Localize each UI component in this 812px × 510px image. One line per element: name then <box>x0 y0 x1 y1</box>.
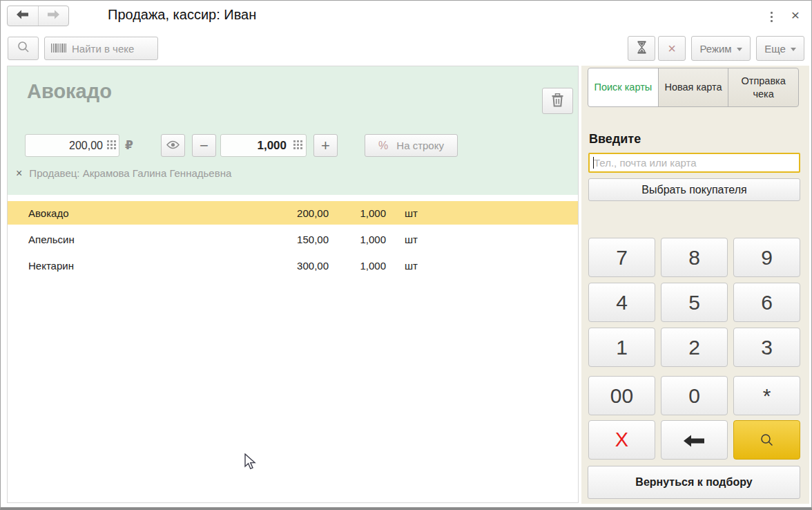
keypad-key-4[interactable]: 4 <box>588 283 655 322</box>
quantity-input[interactable]: 1,000 <box>220 134 307 157</box>
receipt-row[interactable]: Нектарин300,001,000шт <box>8 254 578 277</box>
customer-tabs: Поиск картыНовая картаОтправка чека <box>588 68 799 107</box>
back-button[interactable] <box>8 6 38 26</box>
receipt-cell-unit: шт <box>405 260 418 272</box>
cancel-button[interactable]: × <box>658 36 686 61</box>
search-icon <box>17 41 30 56</box>
barcode-icon <box>51 43 66 55</box>
search-icon <box>760 428 774 452</box>
receipt-cell-qty: 1,000 <box>329 234 386 245</box>
keypad-key-8[interactable]: 8 <box>661 238 728 277</box>
keypad-key-star[interactable]: * <box>733 376 800 415</box>
tab-send-receipt[interactable]: Отправка чека <box>728 68 799 107</box>
keypad-search-button[interactable] <box>733 420 800 460</box>
delete-item-button[interactable] <box>542 88 573 114</box>
mode-dropdown[interactable]: Режим <box>691 36 751 61</box>
back-arrow-icon <box>17 10 29 22</box>
forward-button[interactable] <box>38 6 69 26</box>
mode-label: Режим <box>699 43 731 55</box>
keypad-key-6[interactable]: 6 <box>733 283 800 322</box>
more-label: Еще <box>764 43 786 55</box>
current-item-panel: Авокадо 200,00 ₽ − 1,000 <box>8 66 578 195</box>
more-dropdown[interactable]: Еще <box>756 36 804 61</box>
trash-icon <box>550 92 565 111</box>
quantity-decrease-button[interactable]: − <box>192 134 216 157</box>
receipt-cell-name: Апельсин <box>8 234 267 245</box>
text-caret <box>593 157 594 169</box>
numpad-grid-icon[interactable] <box>293 140 302 152</box>
eye-icon <box>166 140 180 152</box>
enter-heading: Введите <box>589 132 641 147</box>
price-value: 200,00 <box>69 140 103 152</box>
currency-label: ₽ <box>125 138 133 152</box>
keypad-key-00[interactable]: 00 <box>588 376 655 415</box>
page-title: Продажа, кассир: Иван <box>108 7 256 23</box>
keypad-key-7[interactable]: 7 <box>588 238 655 277</box>
customer-search-input[interactable] <box>588 153 800 173</box>
receipt-cell-unit: шт <box>405 234 418 245</box>
numpad-grid-icon[interactable] <box>107 140 116 152</box>
keypad-backspace-button[interactable] <box>661 420 728 460</box>
find-in-receipt-field[interactable]: Найти в чеке <box>44 37 158 60</box>
keypad-clear-button[interactable]: X <box>588 420 655 460</box>
select-customer-label: Выбрать покупателя <box>641 184 746 196</box>
quantity-increase-button[interactable]: + <box>313 134 338 157</box>
receipt-cell-price: 200,00 <box>267 207 329 219</box>
keypad-action-row: X <box>588 420 800 460</box>
keypad-row: 456 <box>588 283 800 322</box>
customer-panel: Поиск картыНовая картаОтправка чека Введ… <box>581 66 809 504</box>
quantity-value: 1,000 <box>257 139 287 153</box>
pos-window: Продажа, кассир: Иван × Найти в чеке × Р… <box>0 0 812 510</box>
chevron-down-icon <box>737 48 742 51</box>
find-in-receipt-placeholder: Найти в чеке <box>72 43 134 55</box>
keypad-key-9[interactable]: 9 <box>733 238 800 277</box>
backspace-arrow-icon <box>684 428 705 452</box>
receipt-cell-price: 300,00 <box>267 260 329 272</box>
search-button[interactable] <box>8 37 39 60</box>
seller-label: Продавец: Акрамова Галина Геннадьевна <box>29 167 231 179</box>
receipt-cell-name: Авокадо <box>8 207 267 219</box>
item-title: Авокадо <box>27 80 112 103</box>
receipt-row[interactable]: Авокадо200,001,000шт <box>8 201 578 225</box>
price-input[interactable]: 200,00 <box>25 134 119 157</box>
keypad-row: 123 <box>588 328 800 367</box>
receipt-cell-name: Нектарин <box>8 260 267 272</box>
receipt-row[interactable]: Апельсин150,001,000шт <box>8 227 578 251</box>
history-nav <box>7 6 69 26</box>
tab-new-card[interactable]: Новая карта <box>658 68 729 107</box>
receipt-cell-qty: 1,000 <box>329 207 386 219</box>
keypad-row: 000* <box>588 376 800 415</box>
chevron-down-icon <box>791 48 796 51</box>
view-item-button[interactable] <box>161 134 185 157</box>
line-discount-label: На строку <box>396 140 444 151</box>
keypad-row: 789 <box>588 238 800 277</box>
keypad-key-1[interactable]: 1 <box>588 328 655 367</box>
receipt-area: Авокадо 200,00 ₽ − 1,000 <box>7 66 579 503</box>
keypad-key-2[interactable]: 2 <box>661 328 728 367</box>
percent-icon: % <box>378 140 388 152</box>
select-customer-button[interactable]: Выбрать покупателя <box>588 178 800 201</box>
tab-card-search[interactable]: Поиск карты <box>588 68 659 107</box>
return-to-selection-label: Вернуться к подбору <box>635 476 752 489</box>
forward-arrow-icon <box>47 10 59 22</box>
remove-seller-icon[interactable]: × <box>16 168 22 179</box>
hourglass-button[interactable] <box>628 36 655 61</box>
keypad-key-5[interactable]: 5 <box>661 283 728 322</box>
hourglass-icon <box>637 41 647 57</box>
receipt-rows: Авокадо200,001,000штАпельсин150,001,000ш… <box>8 201 578 280</box>
kebab-menu-icon[interactable] <box>766 9 777 24</box>
keypad-key-3[interactable]: 3 <box>733 328 800 367</box>
receipt-cell-price: 150,00 <box>267 234 329 245</box>
return-to-selection-button[interactable]: Вернуться к подбору <box>588 466 800 499</box>
close-icon[interactable]: × <box>786 6 804 24</box>
seller-row: × Продавец: Акрамова Галина Геннадьевна <box>16 167 231 179</box>
keypad-key-0[interactable]: 0 <box>661 376 728 415</box>
line-discount-button[interactable]: % На строку <box>365 134 458 157</box>
receipt-cell-qty: 1,000 <box>329 260 386 272</box>
receipt-cell-unit: шт <box>405 207 418 219</box>
